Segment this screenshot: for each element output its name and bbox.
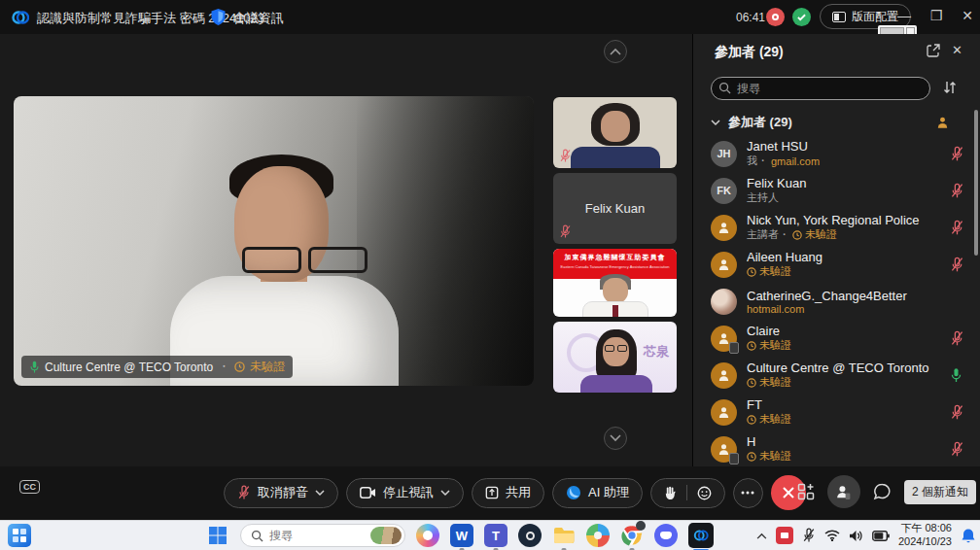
connection-indicator-icon[interactable] bbox=[792, 8, 811, 26]
meeting-info-link[interactable]: 會議資訊 bbox=[233, 10, 284, 27]
participant-row[interactable]: Aileen Huang 未驗證 bbox=[693, 246, 980, 283]
apps-icon[interactable] bbox=[797, 483, 815, 500]
unverified-clock-icon bbox=[792, 230, 802, 240]
thumbnail-video-3[interactable]: 加東僑界急難關懷互助委員會 Eastern Canada Taiwanese E… bbox=[553, 249, 677, 317]
stop-video-button[interactable]: 停止視訊 bbox=[346, 478, 464, 508]
notification-bell-icon[interactable] bbox=[961, 528, 976, 544]
tray-chevron-up-icon[interactable] bbox=[756, 533, 767, 539]
mic-status-icon bbox=[950, 220, 967, 236]
device-badge-icon bbox=[729, 342, 739, 354]
section-title: 參加者 (29) bbox=[728, 114, 792, 131]
shield-icon bbox=[210, 8, 227, 26]
search-icon bbox=[251, 530, 263, 542]
thumbnail-video-1[interactable] bbox=[553, 97, 677, 168]
copilot-icon[interactable] bbox=[416, 524, 439, 547]
record-indicator-icon[interactable] bbox=[766, 8, 785, 26]
emoji-reactions-icon[interactable] bbox=[697, 486, 712, 500]
closed-captions-icon[interactable]: CC bbox=[19, 480, 40, 494]
taskbar-clock[interactable]: 下午 08:06 2024/10/23 bbox=[898, 522, 952, 549]
ai-assistant-button[interactable]: AI 助理 bbox=[552, 478, 643, 508]
taskbar-time: 下午 08:06 bbox=[898, 522, 952, 535]
mic-status-icon bbox=[950, 330, 967, 347]
banner-line1: 加東僑界急難關懷互助委員會 bbox=[553, 253, 677, 262]
mic-muted-icon bbox=[237, 485, 251, 500]
popout-panel-icon[interactable] bbox=[927, 44, 940, 57]
thumbnail-video-4[interactable]: 芯泉 bbox=[553, 322, 677, 393]
participant-name: Aileen Huang bbox=[747, 250, 940, 264]
file-explorer-icon[interactable] bbox=[552, 524, 576, 547]
raise-hand-icon[interactable] bbox=[664, 486, 677, 500]
minimize-button[interactable]: — bbox=[890, 8, 919, 23]
mic-active-icon bbox=[29, 361, 40, 374]
participant-info: CatherineG._Change4Better hotmail.com bbox=[747, 289, 940, 315]
unverified-clock-icon bbox=[747, 378, 756, 388]
mic-status-icon bbox=[950, 404, 967, 421]
share-button[interactable]: 共用 bbox=[472, 478, 544, 508]
mic-muted-tray-icon[interactable] bbox=[802, 528, 816, 543]
windows-taskbar: 搜尋 W T bbox=[0, 520, 980, 550]
chevron-down-icon bbox=[711, 120, 720, 126]
participant-name: FT bbox=[747, 397, 940, 412]
search-icon bbox=[718, 82, 731, 94]
participant-subtitle: 我・gmail.com bbox=[747, 154, 940, 168]
participant-name: Claire bbox=[747, 324, 940, 338]
discord-icon[interactable] bbox=[654, 524, 678, 547]
participant-subtitle: 未驗證 bbox=[747, 375, 940, 390]
taskbar-search-box[interactable]: 搜尋 bbox=[240, 524, 405, 547]
participant-search-input[interactable] bbox=[711, 77, 930, 100]
participant-row[interactable]: FK Felix Kuan 主持人 bbox=[693, 172, 980, 209]
main-video-tile[interactable]: Culture Centre @ TECO Toronto ・ 未驗證 bbox=[14, 96, 534, 386]
banner-line2: Eastern Canada Taiwanese Emergency Assis… bbox=[553, 264, 677, 269]
panel-toggle-buttons: 2 個新通知 bbox=[797, 475, 980, 508]
filmstrip-scroll-up-button[interactable] bbox=[604, 40, 627, 63]
participant-avatar: JH bbox=[711, 141, 737, 167]
taskbar-center: 搜尋 W T bbox=[206, 521, 714, 550]
participant-row[interactable]: JH Janet HSU 我・gmail.com bbox=[693, 135, 980, 172]
close-panel-button[interactable]: ✕ bbox=[952, 43, 962, 57]
participants-section-header[interactable]: 參加者 (29) bbox=[711, 112, 963, 133]
volume-icon[interactable] bbox=[849, 530, 863, 542]
reactions-button[interactable] bbox=[650, 478, 725, 508]
participant-face bbox=[601, 111, 630, 142]
sort-participants-icon[interactable] bbox=[942, 80, 958, 95]
participant-row[interactable]: Claire 未驗證 bbox=[693, 320, 980, 357]
thumbnail-name-label: Felix Kuan bbox=[553, 173, 677, 244]
participant-row[interactable]: H 未驗證 bbox=[693, 430, 980, 466]
thumbnail-name-2[interactable]: Felix Kuan bbox=[553, 173, 677, 244]
chrome-icon[interactable] bbox=[620, 524, 644, 547]
teams-icon[interactable]: T bbox=[484, 524, 508, 547]
widgets-icon[interactable] bbox=[8, 524, 31, 547]
mic-muted-icon bbox=[559, 224, 572, 239]
participant-row[interactable]: Culture Centre @ TECO Toronto 未驗證 bbox=[693, 357, 980, 394]
chevron-down-icon[interactable] bbox=[315, 490, 325, 497]
participant-name: Nick Yun, York Regional Police bbox=[747, 213, 940, 227]
panel-scrollbar[interactable] bbox=[974, 110, 978, 256]
wifi-icon[interactable] bbox=[824, 530, 840, 541]
paint-icon[interactable] bbox=[586, 524, 610, 547]
webex-icon[interactable] bbox=[688, 523, 714, 548]
unmute-button[interactable]: 取消靜音 bbox=[224, 478, 338, 508]
unverified-clock-icon bbox=[747, 267, 756, 277]
divider bbox=[686, 485, 687, 500]
battery-icon[interactable] bbox=[872, 531, 890, 541]
maximize-button[interactable]: ❒ bbox=[922, 8, 951, 23]
participant-glasses bbox=[617, 345, 627, 352]
chat-icon[interactable] bbox=[873, 483, 892, 500]
steam-icon[interactable] bbox=[518, 524, 542, 547]
recording-tray-icon[interactable] bbox=[776, 527, 793, 544]
mic-status-icon bbox=[950, 257, 967, 273]
search-highlight-image[interactable] bbox=[370, 527, 402, 544]
close-window-button[interactable]: ✕ bbox=[953, 8, 980, 23]
filmstrip-scroll-down-button[interactable] bbox=[604, 427, 627, 450]
start-button[interactable] bbox=[206, 524, 229, 547]
participant-row[interactable]: Nick Yun, York Regional Police 主講者・未驗證 bbox=[693, 209, 980, 246]
taskbar-search-placeholder: 搜尋 bbox=[269, 528, 365, 544]
participant-row[interactable]: FT 未驗證 bbox=[693, 394, 980, 430]
word-icon[interactable]: W bbox=[450, 524, 473, 547]
participants-panel-toggle[interactable] bbox=[827, 475, 860, 508]
device-badge-icon bbox=[729, 453, 739, 464]
more-options-button[interactable] bbox=[733, 478, 763, 508]
chevron-down-icon[interactable] bbox=[440, 490, 450, 497]
new-notifications-badge[interactable]: 2 個新通知 bbox=[904, 480, 976, 504]
participant-row[interactable]: CatherineG._Change4Better hotmail.com bbox=[693, 283, 980, 320]
